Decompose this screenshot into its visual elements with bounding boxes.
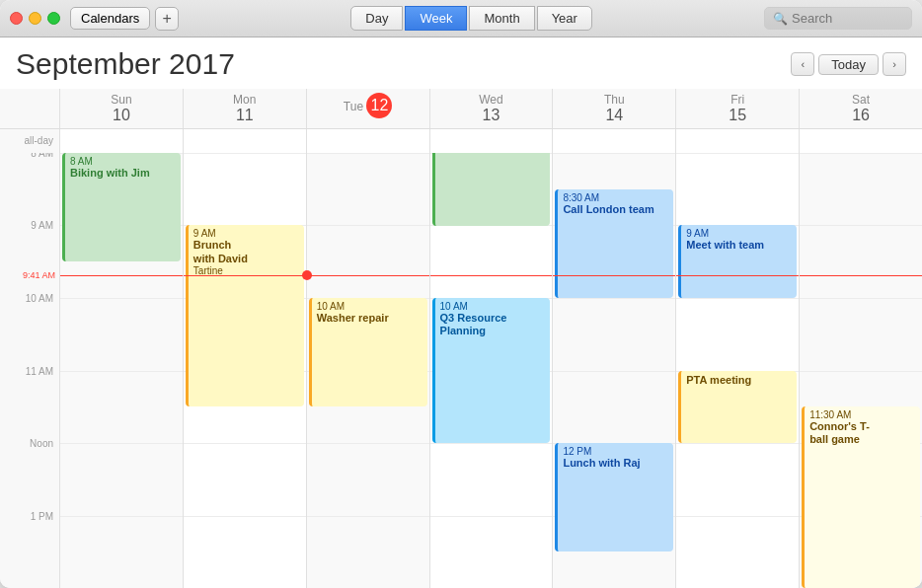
event-title: Call London team — [563, 203, 668, 216]
close-button[interactable] — [10, 12, 23, 25]
calendar-event[interactable]: 12 PMLunch with Raj — [555, 443, 673, 551]
event-title: Connor's T-ball game — [809, 420, 915, 446]
day-number: 10 — [60, 107, 183, 124]
event-title: Washer repair — [317, 312, 423, 325]
day-column-mon[interactable]: 9 AMBrunchwith DavidTartine — [183, 153, 306, 588]
current-time-label: 9:41 AM — [23, 270, 55, 280]
hour-line — [307, 443, 429, 444]
today-button[interactable]: Today — [818, 54, 879, 75]
hour-line — [800, 153, 922, 154]
time-indicator-line — [184, 275, 306, 277]
allday-cell-wed[interactable] — [429, 129, 553, 153]
hour-line — [307, 516, 429, 517]
hour-line — [307, 225, 429, 226]
day-number: 11 — [184, 107, 306, 124]
hour-line — [800, 298, 922, 299]
day-name: Sun — [111, 93, 131, 107]
day-header-wed: Wed 13 — [429, 89, 553, 128]
search-icon: 🔍 — [773, 12, 788, 26]
day-number: 14 — [553, 107, 675, 124]
allday-cell-mon[interactable] — [183, 129, 306, 153]
event-time: 8:30 AM — [563, 192, 668, 203]
day-name: Sat — [852, 93, 870, 107]
time-label: 10 AM — [26, 292, 53, 303]
nav-controls: ‹ Today › — [791, 52, 906, 76]
calendar-window: Calendars + Day Week Month Year 🔍 Septem… — [0, 0, 922, 588]
hour-line — [184, 443, 306, 444]
day-name: Tue — [344, 100, 363, 113]
allday-label: all-day — [0, 129, 59, 153]
search-input[interactable] — [792, 11, 903, 26]
time-indicator-line — [676, 275, 799, 277]
header-spacer — [0, 89, 59, 128]
allday-cell-sun[interactable] — [59, 129, 183, 153]
allday-row: all-day — [0, 129, 922, 153]
hour-line — [800, 371, 922, 372]
day-header-fri: Fri 15 — [675, 89, 799, 128]
fullscreen-button[interactable] — [47, 12, 60, 25]
next-button[interactable]: › — [883, 52, 906, 76]
allday-cell-tue[interactable] — [306, 129, 429, 153]
minimize-button[interactable] — [29, 12, 41, 25]
day-column-sun[interactable]: 8 AMBiking with Jim — [59, 153, 183, 588]
event-title: Brunchwith David — [193, 239, 299, 264]
view-week-button[interactable]: Week — [405, 6, 467, 31]
calendar-event[interactable]: 9 AMBrunchwith DavidTartine — [186, 225, 304, 406]
event-title: Biking with Jim — [70, 167, 176, 180]
time-indicator-line — [430, 275, 553, 277]
day-header-sat: Sat 16 — [799, 89, 922, 128]
view-month-button[interactable]: Month — [469, 6, 534, 31]
hour-line — [676, 516, 799, 517]
day-column-sat[interactable]: 11:30 AMConnor's T-ball game — [799, 153, 922, 588]
day-column-fri[interactable]: 9 AMMeet with teamPTA meeting — [675, 153, 799, 588]
event-title: Lunch with Raj — [563, 457, 668, 470]
allday-cell-sat[interactable] — [799, 129, 922, 153]
day-name: Mon — [233, 93, 256, 107]
hour-line — [307, 153, 429, 154]
hour-line — [553, 298, 675, 299]
hour-line — [800, 225, 922, 226]
view-year-button[interactable]: Year — [537, 6, 592, 31]
time-indicator-line — [307, 275, 429, 277]
calendar-event[interactable]: 9 AMMeet with team — [678, 225, 797, 297]
hour-line — [430, 225, 553, 226]
calendar-event[interactable]: 7:30 AMKickboxing — [432, 153, 551, 226]
hour-line — [60, 516, 183, 517]
hour-line — [676, 443, 799, 444]
calendar-event[interactable]: 10 AMWasher repair — [309, 298, 427, 406]
view-day-button[interactable]: Day — [350, 6, 403, 31]
hour-line — [676, 298, 799, 299]
view-selector: Day Week Month Year — [179, 6, 764, 31]
search-box[interactable]: 🔍 — [764, 7, 912, 30]
calendar-event[interactable]: 11:30 AMConnor's T-ball game — [802, 406, 920, 588]
calendar-event[interactable]: 10 AMQ3 ResourcePlanning — [432, 298, 551, 443]
prev-button[interactable]: ‹ — [791, 52, 814, 76]
day-number: 16 — [800, 107, 922, 124]
calendars-button[interactable]: Calendars — [70, 7, 150, 30]
add-calendar-button[interactable]: + — [155, 7, 179, 31]
day-column-tue[interactable]: 10 AMWasher repair — [306, 153, 429, 588]
calendar-event[interactable]: 8:30 AMCall London team — [555, 189, 673, 298]
day-header-mon: Mon 11 — [183, 89, 306, 128]
day-headers: Sun 10 Mon 11 Tue 12 Wed 13 Thu 14 Fri 1… — [0, 89, 922, 129]
event-title: Meet with team — [686, 239, 792, 252]
event-title: Q3 ResourcePlanning — [440, 312, 546, 337]
time-label: 8 AM — [31, 153, 53, 159]
day-header-tue: Tue 12 — [306, 89, 429, 128]
calendar-event[interactable]: 8 AMBiking with Jim — [62, 153, 181, 261]
allday-cell-thu[interactable] — [552, 129, 675, 153]
day-name: Fri — [730, 93, 744, 107]
time-label: 11 AM — [26, 365, 53, 376]
event-time: 9 AM — [193, 228, 299, 239]
day-column-wed[interactable]: 7:30 AMKickboxing10 AMQ3 ResourcePlannin… — [429, 153, 553, 588]
calendar-event[interactable]: PTA meeting — [678, 371, 797, 443]
day-column-thu[interactable]: 8:30 AMCall London team12 PMLunch with R… — [552, 153, 675, 588]
event-time: 12 PM — [563, 446, 668, 457]
allday-cell-fri[interactable] — [675, 129, 799, 153]
day-number: 15 — [676, 107, 799, 124]
traffic-lights — [10, 12, 60, 25]
time-grid: 8 AM9 AM10 AM11 AMNoon1 PM9:41 AM 8 AMBi… — [0, 153, 922, 588]
hour-line — [184, 153, 306, 154]
time-indicator-line — [800, 275, 922, 277]
day-name: Thu — [604, 93, 625, 107]
